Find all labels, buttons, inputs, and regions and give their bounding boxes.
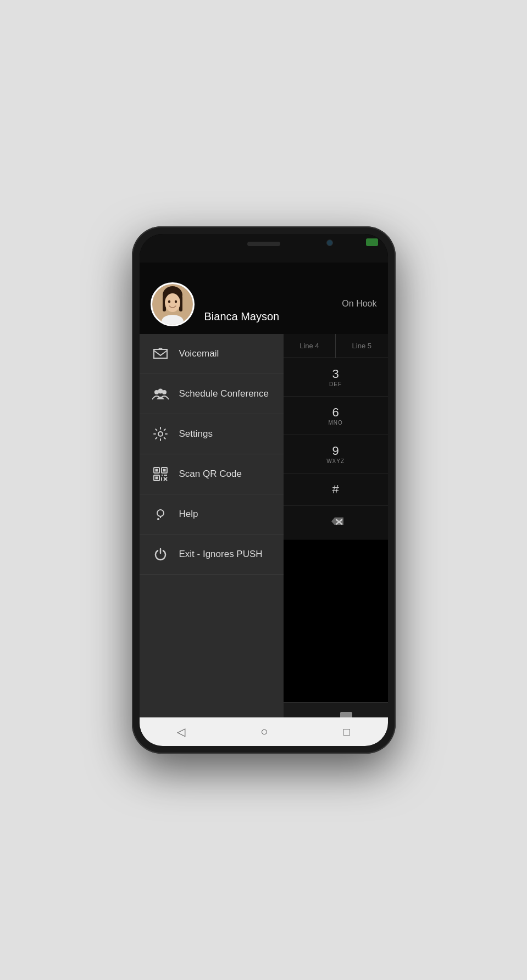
key-6[interactable]: 6 MNO	[284, 397, 388, 435]
svg-point-6	[174, 300, 176, 303]
menu-item-voicemail[interactable]: Voicemail	[140, 334, 284, 374]
svg-point-4	[165, 293, 180, 312]
right-panel: Line 4 Line 5 3 DEF 6 MNO	[284, 334, 388, 539]
avatar	[151, 282, 195, 326]
menu-label-settings: Settings	[179, 428, 213, 439]
home-bar: ◁ ○ □	[140, 717, 388, 746]
key-row-5	[284, 506, 388, 539]
on-hook-status: On Hook	[342, 299, 376, 309]
battery-icon	[366, 238, 378, 246]
menu-item-help[interactable]: Help	[140, 494, 284, 534]
phone-screen-outer: Bianca Mayson On Hook	[140, 234, 388, 746]
qr-icon	[151, 464, 170, 484]
screen: Bianca Mayson On Hook	[140, 234, 388, 746]
svg-point-10	[158, 389, 163, 394]
key-9[interactable]: 9 WXYZ	[284, 435, 388, 473]
drawer-menu: Voicemail Schedule Confe	[140, 334, 284, 746]
settings-icon	[151, 424, 170, 444]
svg-rect-15	[155, 469, 158, 472]
menu-item-settings[interactable]: Settings	[140, 414, 284, 454]
home-button[interactable]: ○	[260, 725, 268, 739]
recent-apps-button[interactable]: □	[343, 726, 350, 738]
svg-rect-17	[155, 477, 158, 480]
svg-point-24	[157, 518, 159, 520]
svg-point-23	[157, 510, 164, 516]
svg-point-5	[168, 300, 170, 303]
notch-bar	[140, 234, 388, 263]
menu-item-exit[interactable]: Exit - Ignores PUSH	[140, 534, 284, 575]
phone-device: Bianca Mayson On Hook	[132, 226, 396, 754]
svg-point-11	[158, 432, 163, 436]
svg-rect-16	[163, 469, 165, 472]
menu-label-help: Help	[179, 509, 198, 520]
key-row-3: 9 WXYZ	[284, 435, 388, 474]
menu-label-voicemail: Voicemail	[179, 348, 219, 359]
key-backspace[interactable]	[284, 506, 388, 539]
line-tabs-row: Line 4 Line 5	[284, 334, 388, 358]
help-icon	[151, 504, 170, 524]
menu-item-scan-qr[interactable]: Scan QR Code	[140, 454, 284, 494]
key-row-1: 3 DEF	[284, 358, 388, 397]
conference-icon	[151, 384, 170, 404]
key-hash[interactable]: #	[284, 474, 388, 505]
header-area: Bianca Mayson On Hook	[140, 263, 388, 334]
user-name: Bianca Mayson	[204, 310, 280, 326]
camera-notch	[326, 240, 333, 246]
line-tab-4[interactable]: Line 4	[284, 334, 336, 358]
line-tab-5[interactable]: Line 5	[336, 334, 387, 358]
menu-item-schedule-conference[interactable]: Schedule Conference	[140, 374, 284, 414]
key-row-2: 6 MNO	[284, 397, 388, 435]
speaker-notch	[247, 242, 280, 246]
status-bar-right	[366, 238, 378, 246]
back-button[interactable]: ◁	[177, 725, 185, 738]
menu-label-exit: Exit - Ignores PUSH	[179, 549, 263, 560]
key-row-4: #	[284, 474, 388, 506]
voicemail-icon	[151, 344, 170, 364]
menu-label-schedule-conference: Schedule Conference	[179, 388, 269, 399]
power-icon	[151, 544, 170, 564]
key-3[interactable]: 3 DEF	[284, 358, 388, 396]
menu-label-scan-qr: Scan QR Code	[179, 469, 242, 480]
